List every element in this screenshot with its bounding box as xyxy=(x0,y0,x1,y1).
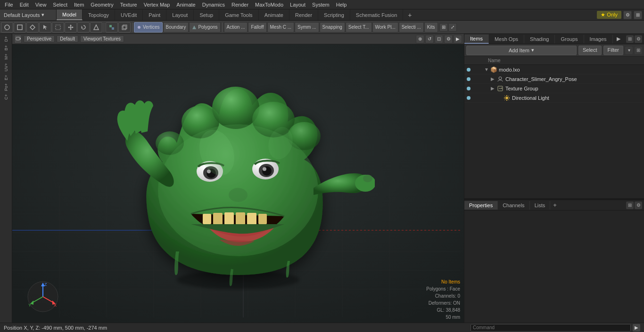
tool-rotate[interactable] xyxy=(77,22,90,32)
viewport-texture-btn[interactable]: Viewport Textures xyxy=(80,35,124,42)
tool-move[interactable] xyxy=(65,22,77,32)
viewport-look-at-button[interactable]: ⊕ xyxy=(416,35,424,43)
command-input[interactable] xyxy=(471,324,631,332)
tool-icon-1[interactable] xyxy=(1,22,13,32)
sidebar-tool-poly[interactable]: Po+ xyxy=(3,82,9,92)
item-row-char[interactable]: ▶ Character_Slimer_Angry_Pose xyxy=(464,74,644,84)
tool-cursor[interactable] xyxy=(39,22,51,32)
tool-action[interactable]: Action ... xyxy=(224,22,248,32)
right-tab-groups[interactable]: Groups xyxy=(555,35,584,43)
viewport[interactable]: Perspective Default Viewport Textures ⊕ … xyxy=(12,34,464,323)
viewport-settings-button[interactable]: ⚙ xyxy=(444,35,453,43)
item-vis-tex[interactable] xyxy=(465,85,472,92)
add-layout-button[interactable]: + xyxy=(405,10,414,20)
items-menu-button[interactable]: ▾ xyxy=(625,47,633,54)
menu-layout[interactable]: Layout xyxy=(287,1,308,8)
layout-tab-scripting[interactable]: Scripting xyxy=(318,9,350,20)
sidebar-tool-uv[interactable]: UV+ xyxy=(3,62,9,73)
items-select-button[interactable]: Select xyxy=(578,46,602,55)
layout-tab-uvedit[interactable]: UVEdit xyxy=(115,9,143,20)
add-item-button[interactable]: Add Item ▾ xyxy=(466,46,577,55)
menu-animate[interactable]: Animate xyxy=(173,1,198,8)
items-filter-button[interactable]: Filter xyxy=(603,46,623,55)
menu-file[interactable]: File xyxy=(2,1,16,8)
prop-popout[interactable]: ⊞ xyxy=(626,202,634,209)
sidebar-tool-boolean[interactable]: B+ xyxy=(3,44,9,52)
star-only-button[interactable]: ★ Only xyxy=(597,11,621,19)
menu-system[interactable]: System xyxy=(309,1,332,8)
tool-snapping[interactable]: Snapping xyxy=(320,22,345,32)
right-panel-settings[interactable]: ⚙ xyxy=(635,35,642,43)
sidebar-tool-curve[interactable]: C+ xyxy=(3,93,9,101)
item-vis-char[interactable] xyxy=(465,76,472,82)
right-panel-popout[interactable]: ⊞ xyxy=(626,35,634,43)
item-row-light[interactable]: Directional Light xyxy=(464,93,644,103)
layout-tab-animate[interactable]: Animate xyxy=(259,9,289,20)
prop-tab-lists[interactable]: Lists xyxy=(530,201,551,210)
tool-icon-2[interactable] xyxy=(14,22,26,32)
mode-polygons[interactable]: Polygons xyxy=(189,22,220,32)
tool-select-t[interactable]: Select T... xyxy=(346,22,372,32)
items-list[interactable]: ▼ 📦 modo.lxo ▶ Character_Slimer_Angry_Po… xyxy=(464,65,644,198)
prop-tab-properties[interactable]: Properties xyxy=(464,201,498,210)
viewport-maximize-button[interactable]: ⊞ xyxy=(439,23,448,32)
viewport-more-button[interactable]: ▶ xyxy=(454,35,462,43)
tool-symm[interactable]: Symm ... xyxy=(295,22,319,32)
tool-select-box[interactable] xyxy=(52,22,64,32)
viewport-expand-button[interactable]: ⤢ xyxy=(448,23,457,32)
viewport-default-btn[interactable]: Default xyxy=(57,35,78,42)
mode-boundary[interactable]: Boundary xyxy=(163,22,189,32)
item-expand-tex[interactable]: ▶ xyxy=(491,86,496,91)
menu-help[interactable]: Help xyxy=(333,1,350,8)
layout-tab-setup[interactable]: Setup xyxy=(194,9,219,20)
tool-kits[interactable]: Kits xyxy=(424,22,438,32)
right-tab-images[interactable]: Images xyxy=(584,35,613,43)
menu-dynamics[interactable]: Dynamics xyxy=(199,1,228,8)
sidebar-tool-duplicate[interactable]: D+ xyxy=(3,35,9,43)
menu-edit[interactable]: Edit xyxy=(17,1,32,8)
right-tabs-more[interactable]: ▶ xyxy=(613,34,624,43)
layout-tab-model[interactable]: Model xyxy=(57,9,83,20)
tool-duplicate[interactable] xyxy=(118,22,131,32)
right-tab-shading[interactable]: Shading xyxy=(524,35,555,43)
layout-tab-schematic[interactable]: Schematic Fusion xyxy=(350,9,403,20)
sidebar-tool-mesh[interactable]: M+ xyxy=(3,52,9,61)
right-tab-mesh-ops[interactable]: Mesh Ops xyxy=(489,35,524,43)
menu-select[interactable]: Select xyxy=(50,1,70,8)
mode-vertices[interactable]: Vertices xyxy=(134,22,163,32)
layout-tab-layout[interactable]: Layout xyxy=(166,9,194,20)
layout-settings-button[interactable]: ⚙ xyxy=(623,11,632,19)
item-vis-light[interactable] xyxy=(465,95,472,101)
prop-settings[interactable]: ⚙ xyxy=(635,202,642,209)
command-go-button[interactable]: ▶ xyxy=(633,324,640,332)
prop-tab-channels[interactable]: Channels xyxy=(498,201,529,210)
menu-geometry[interactable]: Geometry xyxy=(88,1,116,8)
tool-scale[interactable] xyxy=(90,22,102,32)
menu-texture[interactable]: Texture xyxy=(117,1,140,8)
items-expand-button[interactable]: ⊞ xyxy=(635,47,642,54)
tool-selecti[interactable]: Selecti ... xyxy=(399,22,424,32)
layout-tab-topology[interactable]: Topology xyxy=(83,9,115,20)
menu-view[interactable]: View xyxy=(33,1,50,8)
item-row-tex[interactable]: ▶ Texture Group xyxy=(464,84,644,93)
item-row-root[interactable]: ▼ 📦 modo.lxo xyxy=(464,65,644,74)
tool-transform[interactable] xyxy=(106,22,118,32)
item-expand-char[interactable]: ▶ xyxy=(491,76,496,81)
layout-expand-button[interactable]: ⊞ xyxy=(634,11,642,19)
menu-render[interactable]: Render xyxy=(229,1,251,8)
layout-tab-paint[interactable]: Paint xyxy=(143,9,166,20)
viewport-cam-icon[interactable] xyxy=(14,35,22,43)
menu-vertex-map[interactable]: Vertex Map xyxy=(141,1,173,8)
layout-tab-game-tools[interactable]: Game Tools xyxy=(219,9,259,20)
item-expand-root[interactable]: ▼ xyxy=(484,67,490,72)
viewport-rotate-reset-button[interactable]: ↺ xyxy=(425,35,434,43)
menu-maxtomodo[interactable]: MaxToModo xyxy=(252,1,286,8)
tool-icon-3[interactable] xyxy=(26,22,39,32)
layout-tab-render[interactable]: Render xyxy=(289,9,318,20)
sidebar-tool-edge[interactable]: E+ xyxy=(3,73,9,81)
tool-work-pl[interactable]: Work Pl... xyxy=(372,22,398,32)
layout-dropdown[interactable]: Default Layouts ▾ xyxy=(0,9,57,20)
right-tab-items[interactable]: Items xyxy=(464,34,489,44)
tool-mesh-c[interactable]: Mesh C ... xyxy=(267,22,295,32)
prop-tab-add[interactable]: + xyxy=(550,200,560,210)
